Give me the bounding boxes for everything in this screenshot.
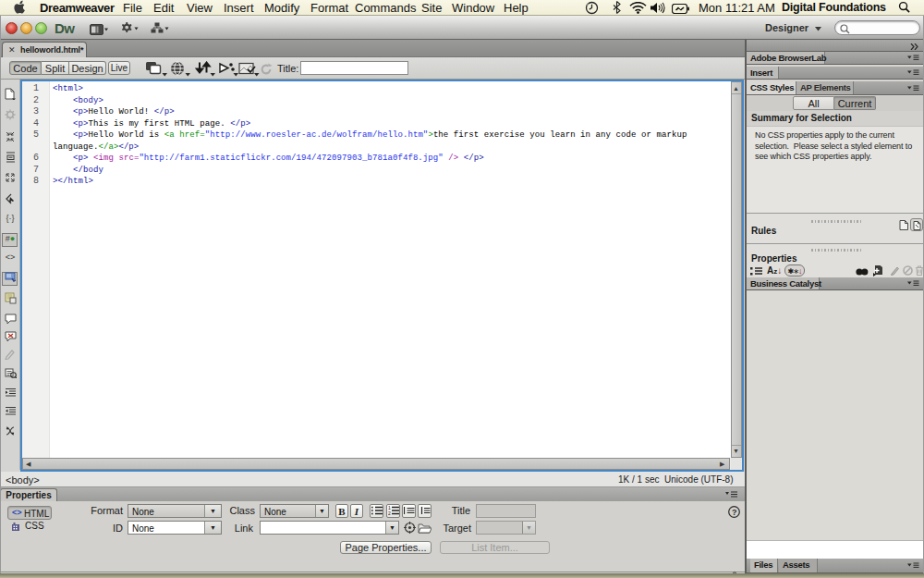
svg-text:2: 2 [388,510,391,515]
svg-text:?: ? [732,508,737,517]
